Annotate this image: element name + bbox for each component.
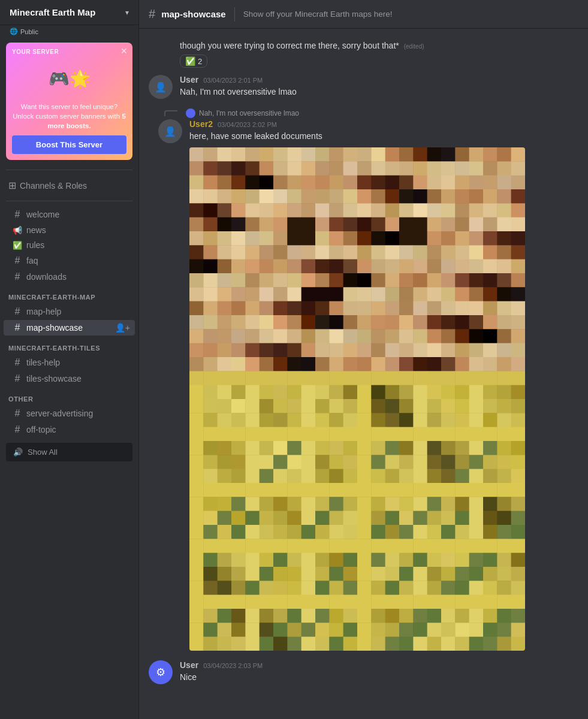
channel-name: rules [26, 240, 44, 250]
sidebar-item-map-showcase[interactable]: # map-showcase 👤+ [4, 320, 135, 336]
channel-item-left: # welcome [12, 209, 59, 220]
channel-item-left: # map-showcase [12, 322, 83, 333]
grouped-channels: MINECRAFT-EARTH-MAP # map-help # map-sho… [0, 285, 138, 438]
sidebar-item-off-topic[interactable]: # off-topic [4, 422, 135, 437]
message-text: here, have some leaked documents [189, 130, 578, 143]
channel-name: welcome [26, 210, 59, 219]
message-row: 👤 User 03/04/2023 2:01 PM Nah, I'm not o… [139, 74, 588, 100]
channel-item-left: ✅ rules [12, 240, 44, 250]
sidebar-item-rules[interactable]: ✅ rules [4, 238, 135, 252]
channel-item-left: # server-advertising [12, 408, 93, 419]
sidebar-item-tiles-help[interactable]: # tiles-help [4, 355, 135, 370]
globe-icon: 🌐 [10, 28, 18, 35]
channel-name: downloads [26, 272, 67, 282]
reply-avatar [186, 108, 195, 118]
channel-item-left: 📢 news [12, 225, 46, 235]
reply-preview: Nah, I'm not oversensitive lmao [149, 108, 299, 118]
channel-name: news [26, 225, 46, 235]
channel-header-name: map-showcase [161, 9, 226, 19]
message-text: Nah, I'm not oversensitive lmao [180, 86, 578, 98]
sidebar-item-faq[interactable]: # faq [4, 253, 135, 268]
channel-name: map-showcase [26, 323, 83, 333]
sidebar-item-downloads[interactable]: # downloads [4, 269, 135, 285]
server-name: Minecraft Earth Map [10, 7, 95, 17]
sidebar: Minecraft Earth Map ▾ 🌐 Public ✕ Your Se… [0, 0, 139, 719]
channel-item-left: # faq [12, 255, 38, 266]
reply-line-icon [164, 110, 177, 116]
hash-icon: # [12, 209, 23, 220]
boost-server-button[interactable]: Boost This Server [12, 135, 126, 154]
message-text: though you were trying to correct me the… [180, 40, 578, 52]
message-content-area: User2 03/04/2023 2:02 PM here, have some… [189, 119, 578, 651]
message-row: ⚙ User 03/04/2023 2:03 PM Nice [139, 659, 588, 685]
message-header: User 03/04/2023 2:01 PM [180, 75, 578, 84]
channel-name: server-advertising [26, 409, 93, 418]
channel-name: map-help [26, 307, 61, 316]
announcement-icon: 📢 [12, 226, 23, 235]
channel-item-left: # off-topic [12, 424, 56, 435]
hash-icon: # [12, 306, 23, 317]
avatar: 👤 [158, 119, 182, 143]
message-header: User 03/04/2023 2:03 PM [180, 660, 578, 670]
sidebar-divider [6, 170, 132, 170]
hash-icon: # [12, 357, 23, 368]
channel-name: tiles-showcase [26, 374, 82, 383]
rules-icon: ✅ [12, 241, 23, 250]
boost-card-label: Your Server [12, 49, 126, 55]
channel-name: faq [26, 256, 38, 265]
ungrouped-channels: # welcome 📢 news ✅ rules # faq # downloa… [0, 206, 138, 285]
grid-icon: ⊞ [8, 180, 16, 191]
sidebar-item-tiles-showcase[interactable]: # tiles-showcase [4, 371, 135, 386]
avatar: ⚙ [149, 660, 173, 684]
boost-card-text: Want this server to feel unique? Unlock … [12, 102, 126, 131]
channel-item-left: # tiles-showcase [12, 373, 82, 384]
reaction-button[interactable]: ✅ 2 [180, 55, 207, 68]
close-icon[interactable]: ✕ [120, 46, 128, 56]
header-divider [234, 7, 235, 22]
channel-name: off-topic [26, 425, 56, 434]
sidebar-divider-2 [6, 201, 132, 201]
group-label-other: OTHER [0, 387, 138, 405]
hash-icon: # [12, 271, 23, 282]
group-label-minecraft-earth-tiles: MINECRAFT-EARTH-TILES [0, 336, 138, 354]
checkmark-icon: ✅ [185, 56, 195, 66]
hash-icon: # [12, 408, 23, 419]
group-label-minecraft-earth-map: MINECRAFT-EARTH-MAP [0, 285, 138, 303]
channel-item-left: # tiles-help [12, 357, 60, 368]
server-visibility-badge: 🌐 Public [0, 25, 138, 38]
messages-container[interactable]: though you were trying to correct me the… [139, 29, 588, 719]
channels-roles-label: Channels & Roles [20, 181, 87, 191]
reaction-count: 2 [198, 57, 202, 66]
channel-header-description: Show off your Minecraft Earth maps here! [243, 10, 393, 19]
channel-item-left: # downloads [12, 271, 67, 282]
channels-roles-item[interactable]: ⊞ Channels & Roles [0, 175, 138, 196]
message-row: Nah, I'm not oversensitive lmao 👤 User2 … [139, 107, 588, 652]
hash-icon: # [12, 322, 23, 333]
boost-card: ✕ Your Server 🎮🌟 Want this server to fee… [6, 43, 132, 160]
server-header[interactable]: Minecraft Earth Map ▾ [0, 0, 138, 25]
message-row: though you were trying to correct me the… [139, 38, 588, 69]
sidebar-item-server-advertising[interactable]: # server-advertising [4, 406, 135, 421]
hash-icon: # [12, 424, 23, 435]
hash-icon: # [12, 255, 23, 266]
channel-hash-icon: # [149, 7, 155, 21]
avatar: 👤 [149, 75, 173, 99]
message-image[interactable] [189, 147, 525, 651]
message-header: User2 03/04/2023 2:02 PM [189, 119, 578, 129]
channel-name: tiles-help [26, 358, 60, 367]
server-chevron-icon: ▾ [125, 8, 129, 17]
channel-item-left: # map-help [12, 306, 61, 317]
message-content: though you were trying to correct me the… [180, 40, 578, 68]
reply-text: Nah, I'm not oversensitive lmao [199, 109, 299, 117]
message-content-area: User 03/04/2023 2:03 PM Nice [180, 660, 578, 684]
message-text: Nice [180, 671, 578, 684]
sidebar-item-welcome[interactable]: # welcome [4, 207, 135, 222]
message-content-area: User 03/04/2023 2:01 PM Nah, I'm not ove… [180, 75, 578, 98]
show-all-label: Show All [28, 448, 58, 457]
add-member-icon[interactable]: 👤+ [115, 323, 130, 333]
show-all-button[interactable]: 🔊 Show All [6, 443, 132, 461]
sidebar-item-news[interactable]: 📢 news [4, 223, 135, 237]
main-content: # map-showcase Show off your Minecraft E… [139, 0, 588, 719]
boost-card-image: 🎮🌟 [12, 58, 126, 99]
sidebar-item-map-help[interactable]: # map-help [4, 304, 135, 319]
